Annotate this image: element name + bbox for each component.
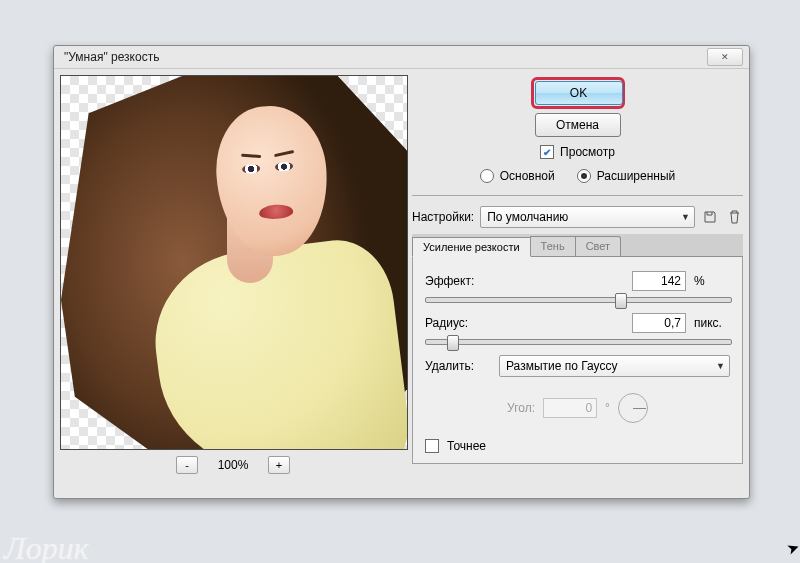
settings-value: По умолчанию xyxy=(487,210,568,224)
zoom-value: 100% xyxy=(212,458,254,472)
angle-label: Угол: xyxy=(507,401,535,415)
close-button[interactable]: ✕ xyxy=(707,48,743,66)
settings-row: Настройки: По умолчанию ▼ xyxy=(412,206,743,228)
tab-shadow[interactable]: Тень xyxy=(530,236,576,256)
cursor-icon: ➤ xyxy=(784,537,800,558)
smart-sharpen-dialog: "Умная" резкость ✕ - 100% xyxy=(53,45,750,499)
zoom-in-button[interactable]: + xyxy=(268,456,290,474)
save-preset-icon[interactable] xyxy=(701,208,719,226)
mode-basic-radio[interactable] xyxy=(480,169,494,183)
radius-input[interactable] xyxy=(632,313,686,333)
angle-unit: ° xyxy=(605,401,610,415)
tab-sharpen[interactable]: Усиление резкости xyxy=(412,237,531,257)
trash-icon[interactable] xyxy=(725,208,743,226)
amount-slider[interactable] xyxy=(425,297,732,303)
preview-label: Просмотр xyxy=(560,145,615,159)
settings-label: Настройки: xyxy=(412,210,474,224)
plus-icon: + xyxy=(276,459,282,471)
amount-input[interactable] xyxy=(632,271,686,291)
minus-icon: - xyxy=(185,459,189,471)
controls-group: Эффект: % Радиус: пикс. xyxy=(412,257,743,464)
settings-select[interactable]: По умолчанию ▼ xyxy=(480,206,695,228)
cancel-button[interactable]: Отмена xyxy=(535,113,621,137)
zoom-bar: - 100% + xyxy=(60,454,406,476)
radius-unit: пикс. xyxy=(694,316,730,330)
radius-slider[interactable] xyxy=(425,339,732,345)
tab-highlight[interactable]: Свет xyxy=(575,236,621,256)
lips xyxy=(258,203,293,219)
zoom-out-button[interactable]: - xyxy=(176,456,198,474)
amount-row: Эффект: % xyxy=(425,271,730,291)
dialog-body: - 100% + OK Отмена ✔ Просмотр Основной xyxy=(54,69,749,498)
eye xyxy=(275,161,294,171)
amount-label: Эффект: xyxy=(425,274,491,288)
mode-extended-label: Расширенный xyxy=(597,169,676,183)
eye xyxy=(242,164,261,174)
remove-label: Удалить: xyxy=(425,359,491,373)
ok-button[interactable]: OK xyxy=(535,81,623,105)
preview-panel: - 100% + xyxy=(60,75,406,492)
mode-row: Основной Расширенный xyxy=(480,169,676,183)
tabs: Усиление резкости Тень Свет xyxy=(412,234,743,257)
accurate-row: ✔ Точнее xyxy=(425,439,730,453)
close-icon: ✕ xyxy=(721,52,729,62)
radius-label: Радиус: xyxy=(425,316,491,330)
slider-thumb[interactable] xyxy=(447,335,459,351)
chevron-down-icon: ▼ xyxy=(681,212,690,222)
radius-row: Радиус: пикс. xyxy=(425,313,730,333)
chevron-down-icon: ▼ xyxy=(716,361,725,371)
preview-checkbox[interactable]: ✔ xyxy=(540,145,554,159)
titlebar: "Умная" резкость ✕ xyxy=(54,46,749,69)
slider-thumb[interactable] xyxy=(615,293,627,309)
remove-select[interactable]: Размытие по Гауссу ▼ xyxy=(499,355,730,377)
remove-value: Размытие по Гауссу xyxy=(506,359,617,373)
angle-input xyxy=(543,398,597,418)
angle-row: Угол: ° xyxy=(425,393,730,423)
angle-dial xyxy=(618,393,648,423)
remove-row: Удалить: Размытие по Гауссу ▼ xyxy=(425,355,730,377)
window-title: "Умная" резкость xyxy=(64,50,159,64)
accurate-label: Точнее xyxy=(447,439,513,453)
brow xyxy=(274,149,294,156)
ok-highlight: OK xyxy=(531,77,625,109)
amount-unit: % xyxy=(694,274,730,288)
controls-panel: OK Отмена ✔ Просмотр Основной Расширенны… xyxy=(412,75,743,492)
mode-basic-label: Основной xyxy=(500,169,555,183)
preview-row: ✔ Просмотр xyxy=(540,145,615,159)
watermark: Лорик xyxy=(4,530,89,563)
brow xyxy=(241,153,261,157)
mode-extended-radio[interactable] xyxy=(577,169,591,183)
accurate-checkbox[interactable]: ✔ xyxy=(425,439,439,453)
preview-image[interactable] xyxy=(60,75,408,450)
